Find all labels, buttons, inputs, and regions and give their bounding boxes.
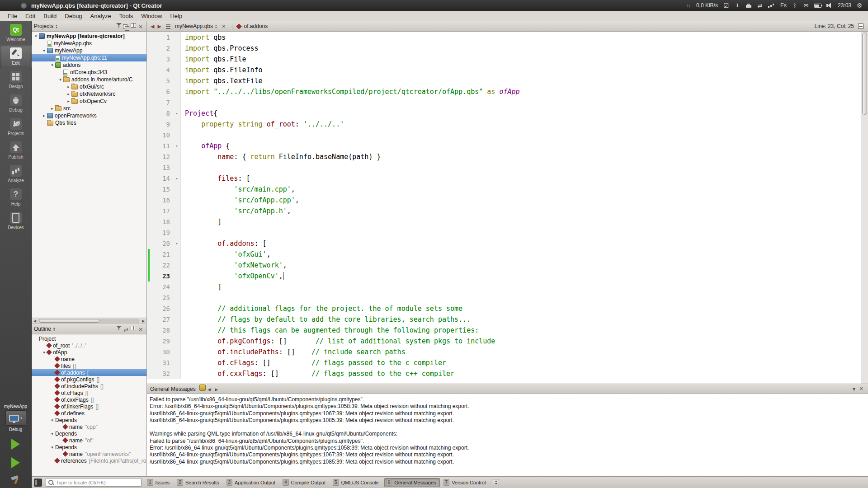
chevron-right-icon[interactable]: ▸ [66,99,71,103]
code-line-12[interactable]: 12 name: { return FileInfo.baseName(path… [147,151,861,162]
chevron-right-icon[interactable]: ▸ [41,113,47,118]
code-line-4[interactable]: 4import qbs.FileInfo [147,65,861,75]
scrollbar-thumb[interactable] [39,319,99,323]
filter-icon[interactable] [115,22,123,29]
sync-icon[interactable] [123,326,130,333]
mode-edit[interactable]: Edit [0,45,32,68]
checkbox-icon[interactable] [723,2,729,9]
outline-item-of-addons[interactable]: of.addons[ [32,369,146,376]
project-item-mynewapp[interactable]: ▾myNewApp [32,47,146,54]
panel-selector-arrows-icon[interactable]: ▴▾ [56,24,57,28]
clear-icon[interactable] [199,385,206,391]
fold-marker-icon[interactable]: ▾ [173,173,181,184]
mode-projects[interactable]: Projects [0,115,32,139]
signal-icon[interactable] [768,3,775,8]
panel-selector[interactable]: Outline [34,326,51,332]
code-line-17[interactable]: 17 'src/ofApp.h', [147,206,861,216]
pane-button-application-output[interactable]: 3Application Output [225,478,279,487]
outline-item-of-cxxflags[interactable]: of.cxxFlags[] [32,396,146,403]
outline-item-name[interactable]: name [32,356,146,362]
project-item-mynewapp-qbs[interactable]: myNewApp.qbs [32,40,146,47]
mode-help[interactable]: Help [0,186,32,209]
mode-publish[interactable]: Publish [0,139,32,162]
editor-vertical-scrollbar[interactable] [861,32,868,384]
sidebar-toggle-button[interactable] [34,479,42,487]
scroll-right-icon[interactable]: ▶ [140,319,146,323]
mode-design[interactable]: Design [0,68,32,92]
speaker-icon[interactable] [826,3,833,8]
outline-item-ofapp[interactable]: ▾ofApp [32,349,146,356]
build-button[interactable] [10,474,21,484]
outline-item-of-root[interactable]: of_root'../../..' [32,342,146,349]
code-line-14[interactable]: 14▾ files: [ [147,173,861,184]
fold-marker-icon[interactable]: ▾ [173,238,181,249]
code-line-6[interactable]: 6import "../../../libs/openFrameworksCom… [147,86,861,97]
battery-icon[interactable] [814,4,821,8]
outline-item-of-pkgconfigs[interactable]: of.pkgConfigs[] [32,376,146,383]
close-document-icon[interactable] [220,23,227,30]
code-line-11[interactable]: 11▾ ofApp { [147,141,861,151]
run-button[interactable] [9,438,23,450]
kit-selector-button[interactable]: ▾ [5,410,26,426]
code-line-1[interactable]: 1import qbs [147,32,861,43]
scrollbar-thumb[interactable] [862,33,867,115]
chevron-down-icon[interactable]: ▾ [33,34,39,38]
fold-marker-icon[interactable]: ▾ [173,108,181,119]
close-icon[interactable] [137,23,144,30]
code-line-2[interactable]: 2import qbs.Process [147,43,861,54]
outline-item-name[interactable]: name"cpp" [32,423,146,430]
open-documents-icon[interactable] [165,23,172,30]
outline-item-of-linkerflags[interactable]: of.linkerFlags[] [32,403,146,410]
mode-debug[interactable]: Debug [0,92,32,115]
pane-button-search-results[interactable]: 2Search Results [175,478,222,487]
forward-icon[interactable]: ▶ [157,23,161,29]
pane-button-compile-output[interactable]: 4Compile Output [281,478,329,487]
code-line-27[interactable]: 27 // flags by default to add the core l… [147,314,861,325]
menu-analyze[interactable]: Analyze [86,12,115,20]
back-icon[interactable]: ◀ [151,23,154,29]
code-editor[interactable]: 1import qbs2import qbs.Process3import qb… [147,32,868,384]
outline-item-name[interactable]: name"of" [32,437,146,444]
pane-button-version-control[interactable]: 7Version Control [442,478,490,487]
printer-icon[interactable] [745,3,752,8]
menu-debug[interactable]: Debug [61,12,86,20]
tray-item-es[interactable]: Es [780,2,787,9]
fold-marker-icon[interactable]: ▾ [173,141,181,151]
code-line-18[interactable]: 18 ] [147,216,861,227]
filter-icon[interactable] [115,324,123,332]
code-line-10[interactable]: 10 [147,130,861,141]
pane-button-general-messages[interactable]: 6General Messages [384,478,440,487]
mode-analyze[interactable]: Analyze [0,162,32,186]
chevron-down-icon[interactable]: ▾ [41,48,47,53]
panel-selector-arrows-icon[interactable]: ▴▾ [53,327,55,331]
bluetooth-icon[interactable] [792,2,798,9]
code-line-32[interactable]: 32 of.cxxFlags: [] // flags passed to th… [147,368,861,379]
net-arrows-icon[interactable] [685,2,691,9]
pane-button-issues[interactable]: 1Issues [145,478,173,487]
split-editor-icon[interactable] [857,23,864,30]
outline-item-name[interactable]: name"openFrameworks" [32,450,146,457]
code-line-25[interactable]: 25 [147,292,861,303]
code-line-3[interactable]: 3import qbs.File [147,54,861,65]
project-item-ofxnetwork-src[interactable]: ▸ofxNetwork/src [32,90,146,98]
outline-item-depends[interactable]: ▾Depends [32,417,146,423]
code-line-5[interactable]: 5import qbs.TextFile [147,75,861,86]
outline-item-project[interactable]: Project [32,335,146,342]
code-line-28[interactable]: 28 // this flags can be augmented throug… [147,325,861,336]
code-line-9[interactable]: 9 property string of_root: '../../..' [147,119,861,130]
prev-icon[interactable] [206,386,213,393]
chevron-right-icon[interactable]: ▸ [66,92,71,96]
collapse-icon[interactable] [850,385,858,393]
outline-item-depends[interactable]: ▾Depends [32,444,146,450]
close-icon[interactable] [858,385,865,392]
code-line-16[interactable]: 16 'src/ofApp.cpp', [147,195,861,206]
mail-icon[interactable] [803,2,809,9]
code-line-13[interactable]: 13 [147,162,861,173]
chevron-down-icon[interactable]: ▾ [57,77,63,82]
code-line-8[interactable]: 8▾Project{ [147,108,861,119]
chevron-down-icon[interactable]: ▾ [49,432,55,436]
outline-item-references[interactable]: references[FileInfo.joinPaths(of_ro [32,457,146,464]
project-item-mynewapp-feature-qtcreator[interactable]: ▾myNewApp [feature-qtcreator] [32,33,146,40]
project-item-addons-in-home-arturo-c[interactable]: ▾addons in /home/arturo/C [32,76,146,83]
code-line-26[interactable]: 26 // additional flags for the project. … [147,303,861,314]
